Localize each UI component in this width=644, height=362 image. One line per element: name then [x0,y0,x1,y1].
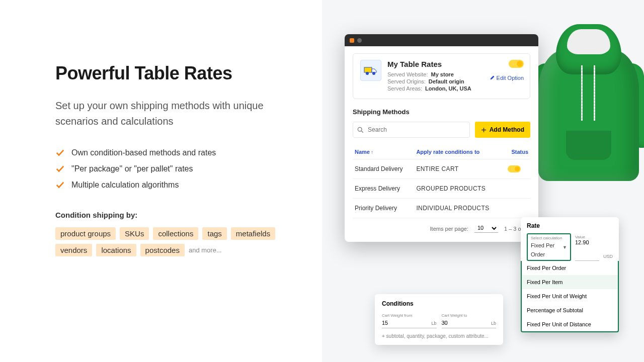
served-origins-value: Default origin [429,78,464,84]
search-input-wrapper[interactable] [353,122,470,138]
table-row[interactable]: Priority Delivery INDIVIDUAL PRODUCTS [353,199,530,218]
add-method-label: Add Method [490,126,524,133]
table-row[interactable]: Express Delivery GROUPED PRODUCTS [353,179,530,199]
pencil-icon [490,75,495,80]
served-origins-key: Served Origins: [387,78,426,84]
method-name: Standard Delivery [353,159,414,179]
dropdown-option[interactable]: Fixed Per Unit of Distance [522,317,618,331]
method-apply: ENTIRE CART [414,159,505,179]
window-control-icon[interactable] [350,38,354,43]
svg-point-3 [358,127,362,131]
field-label: Cart Weight to [442,313,497,318]
served-website-value: My store [431,71,454,77]
rate-title: Rate [527,222,613,229]
col-status[interactable]: Status [506,145,530,159]
col-name[interactable]: Name↑ [353,145,414,159]
pill: postcodes [140,244,185,256]
dropdown-option[interactable]: Fixed Per Unit of Weight [522,289,618,303]
calculation-dropdown: Fixed Per Order Fixed Per Item Fixed Per… [521,261,619,332]
chevron-down-icon: ▼ [562,245,567,250]
check-icon [55,164,64,173]
served-website-key: Served Website: [387,71,428,77]
method-apply: GROUPED PRODUCTS [414,179,505,199]
rate-popover: Rate Select calculation Fixed Per Order … [521,217,619,332]
pill: collections [153,227,198,240]
window-titlebar [345,34,538,46]
dropdown-option[interactable]: Fixed Per Item [522,275,618,289]
condition-pills: product groups SKUs collections tags met… [55,227,292,256]
unit-label: Lb [491,321,496,326]
field-value: 30 [442,320,448,326]
conditions-card: Conditions Cart Weight from 15 Lb Cart W… [375,294,503,345]
feature-item: Multiple calculation algorithms [71,180,179,190]
col-apply[interactable]: Apply rate conditions to [414,145,505,159]
dropdown-option[interactable]: Percentage of Subtotal [522,303,618,317]
field-label: Cart Weight from [382,313,437,318]
pill: locations [96,244,136,256]
check-icon [55,180,64,190]
plus-icon [481,127,487,133]
truck-icon [360,60,381,81]
search-icon [357,127,364,133]
sort-asc-icon: ↑ [371,149,373,155]
currency-label: USD [603,254,613,261]
check-icon [55,148,64,157]
option-toggle[interactable] [509,60,524,68]
conditions-title: Conditions [382,300,496,307]
svg-point-1 [366,72,369,75]
pill: metafields [231,227,275,240]
field-value: 15 [382,320,388,326]
edit-option-label: Edit Option [497,75,524,81]
select-label: Select calculation [531,236,567,240]
svg-point-2 [372,72,375,75]
shipping-methods-title: Shipping Methods [353,108,530,116]
value-label: Value [575,235,599,239]
feature-list: Own condition-based methods and rates "P… [55,148,292,190]
conditions-more: + subtotal, quantity, package, custom at… [382,333,496,339]
rate-value-field[interactable]: Value 12.90 [575,233,599,261]
page-subtitle: Set up your own shipping methods with un… [55,98,292,129]
table-row[interactable]: Standard Delivery ENTIRE CART [353,159,530,179]
items-per-page-label: Items per page: [430,226,468,232]
card-title: My Table Rates [387,60,523,68]
feature-item: Own condition-based methods and rates [71,148,216,157]
pill: vendors [55,244,92,256]
pill: SKUs [120,227,149,240]
and-more-label: and more... [189,246,222,254]
served-areas-value: London, UK, USA [425,85,471,92]
option-card: Edit Option My Table Rates Served Websit… [353,53,530,99]
app-window: Edit Option My Table Rates Served Websit… [345,34,538,242]
row-toggle[interactable] [508,165,521,172]
method-name: Priority Delivery [353,199,414,218]
hoodie-image [531,15,644,196]
pill: tags [202,227,226,240]
edit-option-link[interactable]: Edit Option [490,75,524,81]
value-amount: 12.90 [575,239,599,245]
methods-table: Name↑ Apply rate conditions to Status St… [353,145,530,218]
page-title: Powerful Table Rates [55,63,292,84]
method-apply: INDIVIDUAL PRODUCTS [414,199,505,218]
add-method-button[interactable]: Add Method [475,122,530,138]
condition-label: Condition shipping by: [55,211,292,219]
dropdown-option[interactable]: Fixed Per Order [522,261,618,275]
unit-label: Lb [431,321,436,326]
items-per-page-select[interactable]: 10 [474,224,498,233]
calculation-select[interactable]: Select calculation Fixed Per Order ▼ [527,233,571,261]
search-input[interactable] [368,126,465,133]
served-areas-key: Served Areas: [387,85,422,92]
window-control-icon[interactable] [357,38,362,43]
weight-to-field[interactable]: Cart Weight to 30 Lb [442,312,497,328]
pill: product groups [55,227,116,240]
feature-item: "Per package" or "per pallet" rates [71,164,193,173]
weight-from-field[interactable]: Cart Weight from 15 Lb [382,312,437,328]
svg-rect-0 [364,67,372,72]
select-value: Fixed Per Order [531,242,554,257]
method-name: Express Delivery [353,179,414,199]
